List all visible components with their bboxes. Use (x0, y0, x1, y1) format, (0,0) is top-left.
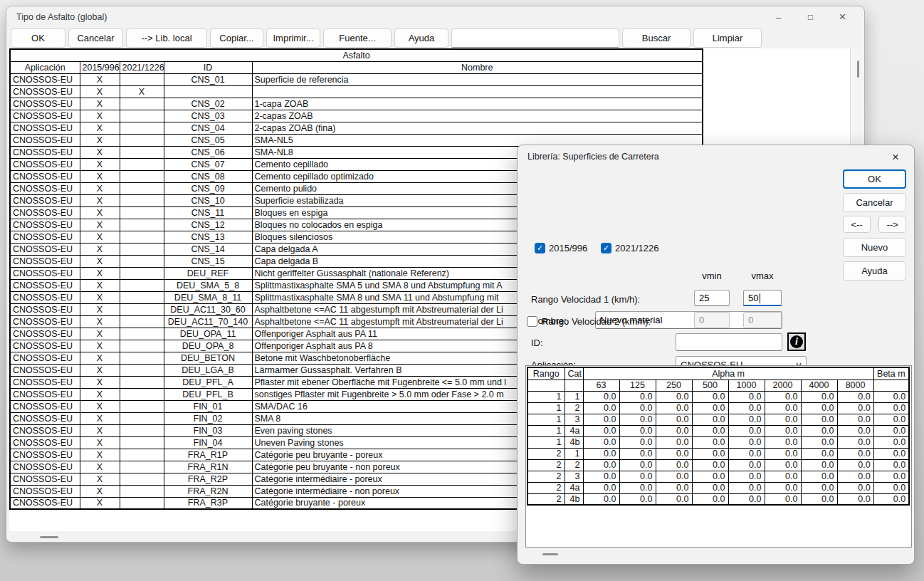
cell-2021[interactable] (120, 219, 164, 231)
cell-id[interactable]: DEU_OPA_11 (164, 328, 252, 340)
cell-alpha[interactable]: 0.0 (765, 471, 801, 482)
cell-alpha[interactable]: 0.0 (692, 459, 728, 471)
cell-2021[interactable] (120, 158, 164, 170)
cell-aplicacion[interactable]: CNOSSOS-EU (10, 449, 80, 461)
cell-alpha[interactable]: 0.0 (765, 448, 801, 459)
cell-alpha[interactable]: 0.0 (619, 414, 656, 425)
cell-nombre[interactable]: Superficie de referencia (252, 73, 703, 85)
copy-button[interactable]: Copiar... (210, 28, 263, 48)
cell-id[interactable]: CNS_15 (164, 255, 252, 267)
cell-id[interactable]: CNS_09 (164, 182, 252, 194)
cell-id[interactable]: FIN_04 (164, 436, 252, 449)
cell-alpha[interactable]: 0.0 (801, 414, 837, 425)
cell-aplicacion[interactable]: CNOSSOS-EU (10, 485, 80, 497)
alpha-row[interactable]: 120.00.00.00.00.00.00.00.00.0 (527, 402, 909, 414)
cell-alpha[interactable]: 0.0 (692, 436, 728, 448)
cell-alpha[interactable]: 0.0 (728, 482, 765, 493)
cell-2021[interactable] (120, 340, 164, 352)
cell-alpha[interactable]: 0.0 (583, 471, 619, 482)
cell-cat[interactable]: 1 (565, 391, 583, 402)
clear-button[interactable]: Limpiar (693, 28, 762, 48)
cell-2015[interactable]: X (80, 315, 120, 328)
cell-alpha[interactable]: 0.0 (656, 482, 692, 493)
cell-id[interactable]: DEU_OPA_8 (164, 340, 252, 352)
cell-alpha[interactable]: 0.0 (692, 493, 728, 505)
minimize-icon[interactable]: – (762, 6, 794, 28)
cell-2021[interactable] (120, 388, 164, 400)
cell-id[interactable]: CNS_13 (164, 231, 252, 243)
alpha-row[interactable]: 14b0.00.00.00.00.00.00.00.00.0 (527, 436, 909, 448)
cell-2015[interactable]: X (80, 122, 120, 134)
cell-aplicacion[interactable]: CNOSSOS-EU (10, 364, 80, 376)
cell-2015[interactable]: X (80, 170, 120, 182)
lib-local-button[interactable]: --> Lib. local (126, 28, 207, 48)
cell-alpha[interactable]: 0.0 (837, 391, 873, 402)
cell-alpha[interactable]: 0.0 (837, 448, 873, 459)
cell-nombre[interactable]: 1-capa ZOAB (252, 98, 703, 110)
cell-2021[interactable] (120, 424, 164, 436)
cell-alpha[interactable]: 0.0 (619, 402, 656, 414)
close-icon[interactable]: × (826, 6, 859, 28)
cell-alpha[interactable]: 0.0 (656, 425, 692, 436)
cell-id[interactable]: CNS_08 (164, 170, 252, 182)
cell-alpha[interactable]: 0.0 (619, 425, 656, 436)
prev-button[interactable]: <-- (843, 216, 871, 233)
cell-alpha[interactable]: 0.0 (619, 448, 656, 459)
cell-id[interactable]: FIN_02 (164, 412, 252, 424)
cell-alpha[interactable]: 0.0 (801, 459, 837, 471)
main-window-titlebar[interactable]: Tipo de Asfalto (global) – □ × (6, 6, 864, 28)
cell-2021[interactable] (120, 412, 164, 424)
cell-cat[interactable]: 4b (565, 493, 583, 505)
cell-beta[interactable]: 0.0 (873, 493, 909, 505)
cell-cat[interactable]: 3 (565, 471, 583, 482)
cell-2021[interactable] (120, 134, 164, 146)
cell-alpha[interactable]: 0.0 (801, 436, 837, 448)
cell-alpha[interactable]: 0.0 (801, 425, 837, 436)
cell-alpha[interactable]: 0.0 (765, 414, 801, 425)
cell-2021[interactable] (120, 303, 164, 315)
cell-alpha[interactable]: 0.0 (765, 436, 801, 448)
cell-2015[interactable]: X (80, 412, 120, 424)
cell-alpha[interactable]: 0.0 (728, 391, 765, 402)
checkbox-2021[interactable]: ✓ (601, 243, 611, 253)
cell-alpha[interactable]: 0.0 (656, 459, 692, 471)
dialog-horizontal-scrollbar[interactable] (525, 549, 912, 559)
cell-id[interactable]: CNS_12 (164, 219, 252, 231)
cell-aplicacion[interactable]: CNOSSOS-EU (10, 376, 80, 388)
cell-2021[interactable] (120, 436, 164, 449)
cell-cat[interactable]: 1 (565, 448, 583, 459)
cell-id[interactable]: CNS_01 (164, 73, 252, 85)
cell-2021[interactable]: X (120, 85, 164, 98)
cell-aplicacion[interactable]: CNOSSOS-EU (10, 461, 80, 473)
search-input[interactable] (451, 28, 619, 48)
cell-id[interactable]: FRA_R2P (164, 473, 252, 485)
cell-2021[interactable] (120, 315, 164, 328)
cell-alpha[interactable]: 0.0 (583, 402, 619, 414)
cell-alpha[interactable]: 0.0 (837, 482, 873, 493)
cell-alpha[interactable]: 0.0 (692, 471, 728, 482)
cell-rango[interactable]: 2 (527, 471, 565, 482)
cell-id[interactable]: FRA_R3P (164, 497, 252, 509)
cell-2015[interactable]: X (80, 485, 120, 497)
cell-alpha[interactable]: 0.0 (692, 414, 728, 425)
cell-aplicacion[interactable]: CNOSSOS-EU (10, 315, 80, 328)
cell-rango[interactable]: 1 (527, 391, 565, 402)
cell-alpha[interactable]: 0.0 (583, 436, 619, 448)
cell-rango[interactable]: 2 (527, 482, 565, 493)
cell-id[interactable]: DEU_PFL_B (164, 388, 252, 400)
cell-aplicacion[interactable]: CNOSSOS-EU (10, 340, 80, 352)
alpha-row[interactable]: 210.00.00.00.00.00.00.00.00.0 (527, 448, 909, 459)
cell-2021[interactable] (120, 267, 164, 279)
cell-2015[interactable]: X (80, 158, 120, 170)
cell-alpha[interactable]: 0.0 (765, 402, 801, 414)
new-button[interactable]: Nuevo (843, 238, 906, 257)
cell-id[interactable] (164, 85, 252, 98)
cell-cat[interactable]: 3 (565, 414, 583, 425)
cell-2021[interactable] (120, 291, 164, 303)
checkbox-2015[interactable]: ✓ (535, 243, 545, 253)
cell-2015[interactable]: X (80, 267, 120, 279)
cell-2021[interactable] (120, 110, 164, 122)
cell-aplicacion[interactable]: CNOSSOS-EU (10, 194, 80, 206)
cell-id[interactable]: DEU_SMA_8_11 (164, 291, 252, 303)
cell-id[interactable]: CNS_02 (164, 98, 252, 110)
